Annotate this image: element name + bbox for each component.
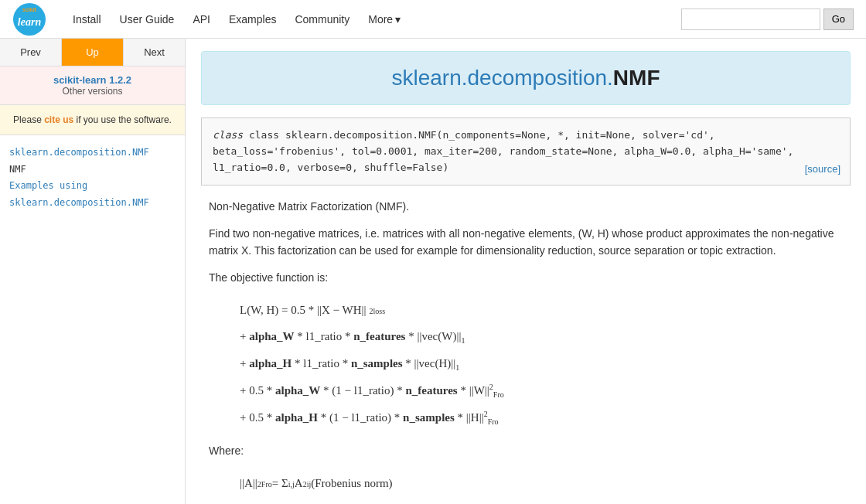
up-button[interactable]: Up bbox=[62, 39, 124, 66]
nav-user-guide[interactable]: User Guide bbox=[112, 9, 182, 30]
nav-install[interactable]: Install bbox=[65, 9, 109, 30]
title-nmf-part: NMF bbox=[613, 66, 660, 90]
go-button[interactable]: Go bbox=[823, 9, 854, 30]
svg-text:learn: learn bbox=[18, 16, 42, 28]
class-keyword: class bbox=[213, 129, 249, 141]
where-section: Where: ||A||2Fro = Σ i,j A2ij (Frobenius… bbox=[209, 442, 843, 495]
math-line-5: + 0.5 * alpha_H * (1 − l1_ratio) * n_sam… bbox=[240, 406, 843, 430]
source-link[interactable]: [source] bbox=[805, 162, 840, 178]
logo-area[interactable]: scikit learn bbox=[12, 2, 46, 36]
nav-api[interactable]: API bbox=[185, 9, 218, 30]
nav-community[interactable]: Community bbox=[287, 9, 357, 30]
cite-link[interactable]: cite us bbox=[44, 114, 73, 125]
cite-box: Please cite us if you use the software. bbox=[0, 105, 185, 135]
sidebar: Prev Up Next scikit-learn 1.2.2 Other ve… bbox=[0, 39, 186, 504]
main-content: sklearn.decomposition.NMF class class sk… bbox=[186, 39, 866, 504]
version-title: scikit-learn 1.2.2 bbox=[9, 74, 176, 86]
page-title: sklearn.decomposition.NMF bbox=[216, 66, 836, 90]
layout: Prev Up Next scikit-learn 1.2.2 Other ve… bbox=[0, 39, 866, 504]
desc-1: Non-Negative Matrix Factorization (NMF). bbox=[209, 198, 843, 215]
sidebar-nav-buttons: Prev Up Next bbox=[0, 39, 185, 66]
sidebar-link-sklearn-decomp-nmf-2[interactable]: sklearn.decomposition.NMF bbox=[9, 195, 176, 212]
math-line-2: + alpha_W * l1_ratio * n_features * ||ve… bbox=[240, 325, 843, 349]
search-input[interactable] bbox=[681, 9, 820, 30]
search-area: Go bbox=[681, 9, 854, 30]
page-title-box: sklearn.decomposition.NMF bbox=[201, 51, 851, 105]
other-versions-link[interactable]: Other versions bbox=[9, 86, 176, 97]
objective-intro: The objective function is: bbox=[209, 269, 843, 286]
where-label: Where: bbox=[209, 442, 843, 459]
math-block: L(W, H) = 0.5 * ||X − WH||2loss + alpha_… bbox=[209, 298, 843, 430]
nav-examples[interactable]: Examples bbox=[221, 9, 284, 30]
chevron-down-icon: ▾ bbox=[395, 13, 401, 26]
nav-more-dropdown[interactable]: More ▾ bbox=[360, 9, 408, 30]
main-nav: Install User Guide API Examples Communit… bbox=[65, 9, 681, 30]
sidebar-link-examples-using[interactable]: Examples using bbox=[9, 178, 176, 195]
sidebar-link-sklearn-decomp-nmf[interactable]: sklearn.decomposition.NMF bbox=[9, 145, 176, 162]
cite-suffix: if you use the software. bbox=[73, 114, 172, 125]
header: scikit learn Install User Guide API Exam… bbox=[0, 0, 866, 39]
math-line-4: + 0.5 * alpha_W * (1 − l1_ratio) * n_fea… bbox=[240, 379, 843, 403]
svg-text:scikit: scikit bbox=[22, 7, 37, 12]
content-area: Non-Negative Matrix Factorization (NMF).… bbox=[201, 198, 851, 495]
signature-box: class class sklearn.decomposition.NMF(n_… bbox=[201, 117, 851, 186]
frobenius-norm-eq: ||A||2Fro = Σ i,j A2ij (Frobenius norm) bbox=[240, 472, 843, 495]
sidebar-links: sklearn.decomposition.NMF NMF Examples u… bbox=[0, 135, 185, 220]
frobenius-eq: ||A||2Fro = Σ i,j A2ij (Frobenius norm) bbox=[209, 472, 843, 495]
scikit-learn-logo: scikit learn bbox=[12, 2, 46, 36]
prev-button[interactable]: Prev bbox=[0, 39, 62, 66]
cite-prefix: Please bbox=[13, 114, 44, 125]
title-sklearn-part: sklearn.decomposition. bbox=[391, 66, 612, 90]
sidebar-nmf-label: NMF bbox=[9, 164, 26, 175]
desc-2: Find two non-negative matrices, i.e. mat… bbox=[209, 225, 843, 260]
math-line-1: L(W, H) = 0.5 * ||X − WH||2loss bbox=[240, 298, 843, 322]
math-line-3: + alpha_H * l1_ratio * n_samples * ||vec… bbox=[240, 352, 843, 376]
next-button[interactable]: Next bbox=[124, 39, 185, 66]
version-box: scikit-learn 1.2.2 Other versions bbox=[0, 66, 185, 105]
signature-text: class sklearn.decomposition.NMF(n_compon… bbox=[213, 129, 793, 173]
